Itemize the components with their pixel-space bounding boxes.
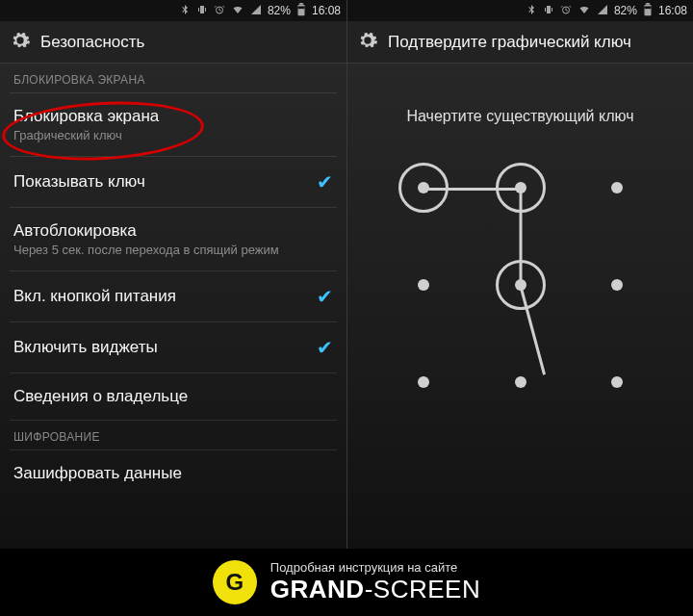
status-bar: 82% 16:08 [347,0,693,21]
alarm-icon [214,4,225,18]
section-header-lock: БЛОКИРОВКА ЭКРАНА [0,64,346,92]
pattern-prompt: Начертите существующий ключ [407,108,634,125]
footer-brand-bold: GRAND [270,575,365,603]
svg-rect-7 [644,6,651,9]
pattern-line [519,190,522,286]
settings-screen: 82% 16:08 Безопасность БЛОКИРОВКА ЭКРАНА… [0,0,346,549]
item-power-lock[interactable]: Вкл. кнопкой питания ✔ [0,271,346,321]
footer-brand-thin: -SCREEN [365,575,481,603]
footer-subtitle: Подробная инструкция на сайте [270,561,480,576]
checkbox-checked-icon[interactable]: ✔ [317,170,333,193]
pattern-area[interactable]: Начертите существующий ключ [347,64,693,549]
vibrate-icon [543,4,554,18]
section-header-encryption: ШИФРОВАНИЕ [0,421,346,449]
battery-text: 82% [614,4,637,17]
vibrate-icon [196,4,208,18]
pattern-dot[interactable] [611,279,623,291]
svg-rect-1 [297,4,304,14]
clock-text: 16:08 [312,4,341,17]
item-title: Сведения о владельце [13,387,333,406]
item-subtitle: Через 5 сек. после перехода в спящий реж… [13,243,333,257]
battery-text: 82% [268,4,291,17]
item-title: Автоблокировка [13,221,333,241]
pattern-dot[interactable] [418,376,429,388]
signal-icon [597,4,608,18]
item-title: Показывать ключ [13,172,317,192]
item-show-pattern[interactable]: Показывать ключ ✔ [0,157,346,207]
wifi-icon [231,4,244,18]
battery-icon [643,3,653,19]
status-bar: 82% 16:08 [0,0,346,21]
page-title: Безопасность [40,33,144,52]
svg-rect-6 [646,3,650,5]
pattern-dot[interactable] [611,376,623,388]
item-subtitle: Графический ключ [13,128,333,142]
page-title: Подтвердите графический ключ [388,33,631,52]
pattern-confirm-screen: 82% 16:08 Подтвердите графический ключ Н… [346,0,693,549]
svg-rect-3 [297,6,304,9]
clock-text: 16:08 [658,4,687,17]
battery-icon [296,3,306,19]
footer-brand: GRAND-SCREEN [270,576,480,604]
bluetooth-icon [526,4,537,18]
item-screen-lock[interactable]: Блокировка экрана Графический ключ [0,93,346,156]
item-title: Блокировка экрана [13,107,333,126]
signal-icon [250,4,262,18]
pattern-dot[interactable] [418,279,429,291]
title-bar: Безопасность [0,21,346,64]
checkbox-checked-icon[interactable]: ✔ [317,285,333,308]
item-title: Вкл. кнопкой питания [13,287,317,306]
pattern-grid[interactable] [386,150,655,420]
item-auto-lock[interactable]: Автоблокировка Через 5 сек. после перехо… [0,208,346,270]
wifi-icon [578,4,591,18]
svg-rect-5 [644,4,651,14]
pattern-line [424,188,520,191]
item-owner-info[interactable]: Сведения о владельце [0,373,346,420]
item-widgets[interactable]: Включить виджеты ✔ [0,322,346,372]
svg-rect-2 [299,3,303,5]
item-title: Зашифровать данные [13,464,333,483]
logo-badge: G [213,560,257,604]
gear-icon [357,30,378,55]
item-encrypt[interactable]: Зашифровать данные [0,450,346,497]
bluetooth-icon [179,4,191,18]
title-bar: Подтвердите графический ключ [347,21,693,64]
gear-icon [10,30,31,55]
item-title: Включить виджеты [13,338,317,357]
pattern-dot[interactable] [515,376,526,388]
pattern-dot[interactable] [611,182,623,193]
alarm-icon [560,4,572,18]
footer-banner: G Подробная инструкция на сайте GRAND-SC… [0,549,693,616]
checkbox-checked-icon[interactable]: ✔ [317,336,333,359]
settings-list: БЛОКИРОВКА ЭКРАНА Блокировка экрана Граф… [0,64,346,549]
